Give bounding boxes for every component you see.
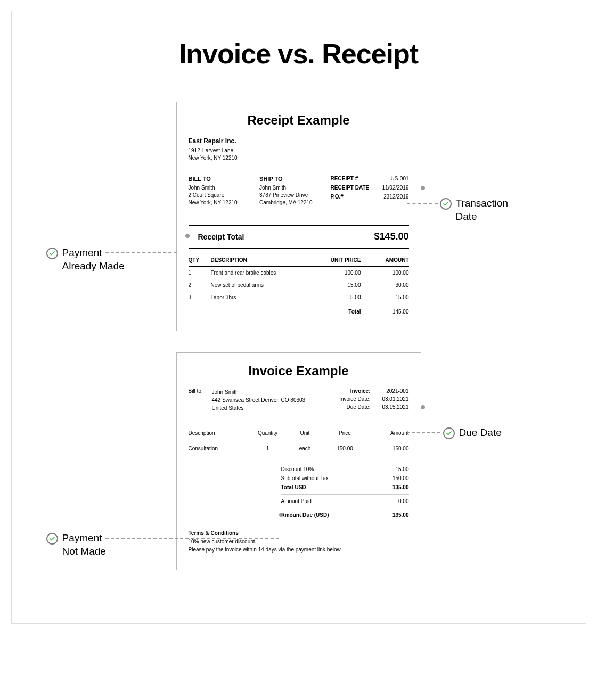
table-row: Consultation1each150.00150.00 bbox=[189, 440, 409, 457]
cell-desc: Front and rear brake cables bbox=[211, 270, 313, 276]
receipt-heading: Receipt Example bbox=[189, 113, 409, 128]
cell-amt: 100.00 bbox=[361, 270, 409, 276]
ship-to-block: SHIP TO John Smith 3787 Pineview Drive C… bbox=[259, 176, 331, 207]
discount-label: Discount 10% bbox=[281, 466, 366, 472]
table-row: 3Labor 3hrs5.0015.00 bbox=[189, 291, 409, 303]
cell-qty: 3 bbox=[189, 294, 211, 300]
inv-col-price: Price bbox=[324, 430, 366, 436]
cell-amt: 150.00 bbox=[366, 446, 409, 451]
dashed-connector bbox=[407, 432, 440, 433]
terms-line2: Please pay the invoice within 14 days vi… bbox=[189, 546, 409, 554]
col-qty: QTY bbox=[189, 257, 211, 263]
check-icon bbox=[440, 198, 452, 210]
inv-col-qty: Quantity bbox=[249, 430, 287, 436]
receipt-date-label: RECEIPT DATE bbox=[331, 185, 370, 191]
page-title: Invoice vs. Receipt bbox=[28, 38, 570, 70]
company-addr-line1: 1912 Harvest Lane bbox=[189, 147, 409, 154]
inv-col-amt: Amount bbox=[366, 430, 409, 436]
inv-billto-body: John Smith 442 Swansea Street Denver, CO… bbox=[212, 388, 324, 412]
billto-line2: New York, NY 12210 bbox=[189, 199, 260, 207]
receipt-num-label: RECEIPT # bbox=[331, 176, 358, 182]
cell-desc: New set of pedal arms bbox=[211, 282, 313, 288]
inv-col-unit: Unit bbox=[287, 430, 324, 436]
invoice-summary: Discount 10%-15.00 Subtotal without Tax1… bbox=[189, 465, 409, 520]
subtotal-label: Subtotal without Tax bbox=[281, 475, 366, 481]
shipto-header: SHIP TO bbox=[259, 176, 331, 182]
cell-qty: 1 bbox=[189, 270, 211, 276]
dashed-connector bbox=[407, 203, 438, 204]
receipt-foot-total-label: Total bbox=[313, 309, 361, 315]
amountdue-label: Amount Due (USD) bbox=[281, 512, 366, 518]
cell-desc: Labor 3hrs bbox=[211, 294, 313, 300]
inv-date-label: Invoice Date: bbox=[324, 396, 377, 402]
inv-billto-line2: United States bbox=[212, 404, 324, 412]
inv-col-desc: Description bbox=[189, 430, 249, 436]
receipt-total-value: $145.00 bbox=[374, 231, 408, 242]
callout-text: Payment Already Made bbox=[62, 246, 125, 273]
cell-unit: each bbox=[287, 446, 324, 451]
inv-num-label: Invoice: bbox=[324, 388, 377, 394]
billto-header: BILL TO bbox=[189, 176, 260, 182]
col-amt: AMOUNT bbox=[361, 257, 409, 263]
receipt-num-value: US-001 bbox=[391, 176, 409, 182]
col-desc: DESCRIPTION bbox=[211, 257, 313, 263]
dashed-connector bbox=[105, 252, 177, 253]
inv-table-header: Description Quantity Unit Price Amount bbox=[189, 426, 409, 440]
table-row: 1Front and rear brake cables100.00100.00 bbox=[189, 267, 409, 279]
subtotal-value: 150.00 bbox=[366, 475, 409, 481]
callout-payment-not-made: Payment Not Made bbox=[46, 532, 106, 558]
amountdue-value: 135.00 bbox=[366, 512, 409, 518]
company-name: East Repair Inc. bbox=[189, 137, 409, 145]
callout-text: Payment Not Made bbox=[62, 532, 106, 558]
stage: Receipt Example East Repair Inc. 1912 Ha… bbox=[28, 102, 570, 570]
cell-amt: 30.00 bbox=[361, 282, 409, 288]
summary-short-separator bbox=[366, 508, 409, 508]
paid-value: 0.00 bbox=[366, 498, 409, 504]
inv-num-value: 2021-001 bbox=[377, 388, 409, 394]
callout-text: Due Date bbox=[459, 426, 502, 440]
company-address: 1912 Harvest Lane New York, NY 12210 bbox=[189, 147, 409, 162]
dashed-connector bbox=[105, 538, 279, 539]
totalusd-label: Total USD bbox=[281, 484, 366, 490]
paid-label: Amount Paid bbox=[281, 498, 366, 504]
receipt-date-value: 11/02/2019 bbox=[382, 185, 408, 191]
shipto-line1: 3787 Pineview Drive bbox=[259, 192, 331, 199]
bill-to-block: BILL TO John Smith 2 Court Square New Yo… bbox=[189, 176, 260, 207]
terms-header: Terms & Conditions bbox=[189, 530, 409, 536]
shipto-line2: Cambridge, MA 12210 bbox=[259, 199, 331, 207]
cell-unit: 100.00 bbox=[313, 270, 361, 276]
inv-billto-line1: 442 Swansea Street Denver, CO 80303 bbox=[212, 396, 324, 404]
table-row: 2New set of pedal arms15.0030.00 bbox=[189, 279, 409, 291]
summary-separator bbox=[281, 494, 409, 495]
discount-value: -15.00 bbox=[366, 466, 409, 472]
terms-line1: 10% new customer discount. bbox=[189, 538, 409, 546]
shipto-name: John Smith bbox=[259, 184, 331, 192]
billto-name: John Smith bbox=[189, 184, 260, 192]
check-icon bbox=[46, 533, 58, 545]
cell-unit: 5.00 bbox=[313, 294, 361, 300]
cell-qty: 2 bbox=[189, 282, 211, 288]
anchor-dot bbox=[185, 234, 190, 238]
inv-date-value: 03.01.2021 bbox=[377, 396, 409, 402]
receipt-foot-total-value: 145.00 bbox=[361, 309, 409, 315]
cell-desc: Consultation bbox=[189, 446, 249, 451]
receipt-total-label: Receipt Total bbox=[198, 233, 244, 241]
billto-line1: 2 Court Square bbox=[189, 192, 260, 199]
invoice-top: Bill to: John Smith 442 Swansea Street D… bbox=[189, 388, 409, 412]
callout-due-date: Due Date bbox=[443, 426, 502, 440]
inv-meta: Invoice:2021-001 Invoice Date:03.01.2021… bbox=[324, 388, 409, 412]
totalusd-value: 135.00 bbox=[366, 484, 409, 490]
inv-duedate-value: 03.15.2021 bbox=[377, 404, 409, 410]
receipt-document: Receipt Example East Repair Inc. 1912 Ha… bbox=[176, 102, 421, 331]
inv-duedate-label: Due Date: bbox=[324, 404, 377, 410]
inv-billto-label: Bill to: bbox=[189, 388, 212, 412]
receipt-items-total: Total 145.00 bbox=[189, 303, 409, 315]
anchor-dot bbox=[421, 186, 425, 190]
cell-qty: 1 bbox=[249, 446, 287, 451]
invoice-items: Consultation1each150.00150.00 bbox=[189, 440, 409, 457]
invoice-heading: Invoice Example bbox=[189, 364, 409, 378]
comparison-frame: Invoice vs. Receipt Receipt Example East… bbox=[11, 11, 586, 624]
cell-unit: 15.00 bbox=[313, 282, 361, 288]
receipt-po-value: 2312/2019 bbox=[383, 194, 408, 200]
receipt-total-bar: Receipt Total $145.00 bbox=[189, 225, 409, 249]
